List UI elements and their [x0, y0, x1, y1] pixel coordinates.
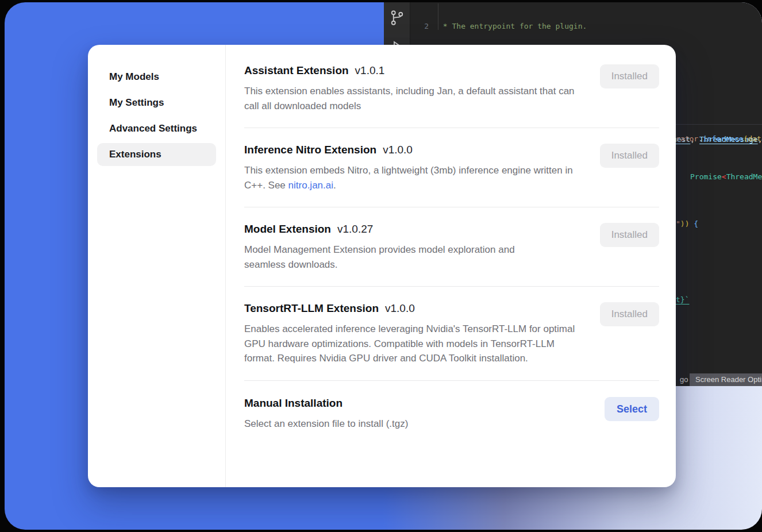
extension-name: Inference Nitro Extension [244, 144, 376, 156]
extension-row-model: Model Extensionv1.0.27 Model Management … [244, 207, 659, 287]
extension-version: v1.0.1 [355, 64, 385, 76]
statusbar-text: go [680, 375, 688, 384]
extension-info: Inference Nitro Extensionv1.0.0 This ext… [244, 142, 580, 192]
editor-divider-line [676, 124, 762, 125]
code-token: ThreadMessage [726, 172, 762, 181]
code-token: < [722, 172, 726, 181]
description-text: . [333, 180, 336, 191]
code-fragment: ")) { [676, 219, 698, 228]
extension-title: TensortRT-LLM Extensionv1.0.0 [244, 301, 580, 316]
line-number: 2 [410, 22, 429, 31]
settings-card: My Models My Settings Advanced Settings … [88, 45, 676, 487]
code-fragment: rator.inference(data)); [676, 134, 762, 143]
code-text: * The entrypoint for the plugin. [429, 22, 587, 31]
extension-name: Model Extension [244, 223, 331, 235]
extension-version: v1.0.0 [385, 302, 415, 314]
extension-name: TensortRT-LLM Extension [244, 302, 379, 314]
code-fragment: Promise<ThreadMessage> [690, 172, 762, 181]
installed-badge: Installed [600, 223, 659, 247]
code-token: " [676, 219, 680, 228]
extension-title: Model Extensionv1.0.27 [244, 222, 543, 237]
manual-installation-row: Manual Installation Select an extension … [244, 381, 659, 446]
extension-info: TensortRT-LLM Extensionv1.0.0 Enables ac… [244, 301, 580, 366]
code-token: { [689, 219, 698, 228]
code-fragment: t}` [676, 295, 689, 304]
sidebar-item-my-models[interactable]: My Models [97, 65, 216, 88]
code-token: data [748, 134, 762, 143]
sidebar-item-extensions[interactable]: Extensions [97, 143, 216, 166]
extension-name: Assistant Extension [244, 64, 349, 76]
nitro-jan-ai-link[interactable]: nitro.jan.ai [288, 180, 333, 191]
installed-badge: Installed [600, 64, 659, 88]
manual-installation-info: Manual Installation Select an extension … [244, 396, 580, 431]
extension-description: This extension enables assistants, inclu… [244, 84, 580, 113]
extension-info: Assistant Extensionv1.0.1 This extension… [244, 63, 580, 113]
sidebar-item-my-settings[interactable]: My Settings [97, 91, 216, 114]
extension-row-tensorrt-llm: TensortRT-LLM Extensionv1.0.0 Enables ac… [244, 287, 659, 381]
code-token: inference [703, 134, 743, 143]
extension-title: Assistant Extensionv1.0.1 [244, 63, 580, 78]
extension-version: v1.0.27 [337, 223, 373, 235]
extension-version: v1.0.0 [383, 144, 413, 156]
manual-installation-title: Manual Installation [244, 396, 580, 411]
code-token: rator [676, 134, 698, 143]
extension-title: Inference Nitro Extensionv1.0.0 [244, 142, 580, 157]
code-token: . [698, 134, 703, 143]
code-token: Promise [690, 172, 722, 181]
installed-badge: Installed [600, 302, 659, 326]
extension-row-assistant: Assistant Extensionv1.0.1 This extension… [244, 63, 659, 128]
extension-info: Model Extensionv1.0.27 Model Management … [244, 222, 543, 272]
extension-description: This extension embeds Nitro, a lightweig… [244, 163, 580, 192]
extension-description: Model Management Extension provides mode… [244, 242, 543, 272]
extension-row-inference-nitro: Inference Nitro Extensionv1.0.0 This ext… [244, 128, 659, 207]
code-token: )) [680, 219, 690, 228]
sidebar-item-advanced-settings[interactable]: Advanced Settings [97, 117, 216, 140]
screen-reader-mode-badge[interactable]: Screen Reader Optimized [690, 373, 762, 386]
extension-description: Enables accelerated inference leveraging… [244, 322, 580, 366]
desktop-background: 2 * The entrypoint for the plugin. 3 */ … [5, 2, 762, 530]
installed-badge: Installed [600, 144, 659, 168]
manual-installation-description: Select an extension file to install (.tg… [244, 417, 580, 431]
source-control-icon[interactable] [388, 8, 406, 28]
extensions-panel: Assistant Extensionv1.0.1 This extension… [226, 45, 676, 487]
settings-sidebar: My Models My Settings Advanced Settings … [88, 45, 226, 487]
select-file-button[interactable]: Select [605, 397, 659, 421]
code-line: 2 * The entrypoint for the plugin. [410, 22, 762, 31]
